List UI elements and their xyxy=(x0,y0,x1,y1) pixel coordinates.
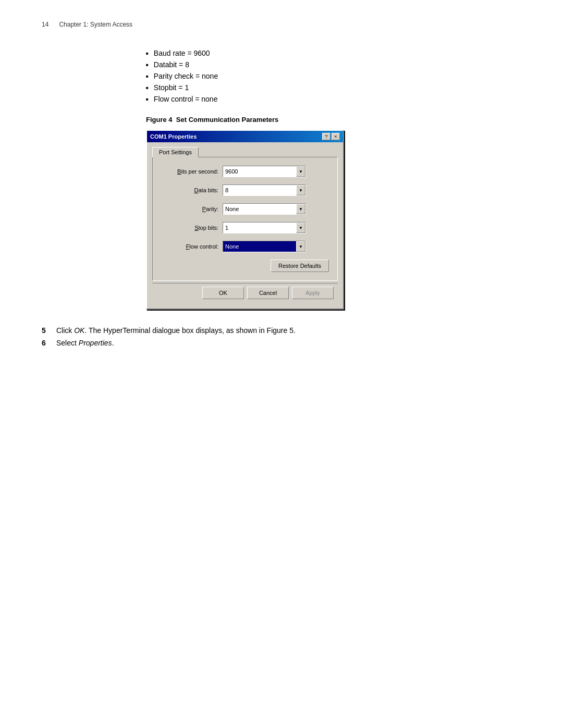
dialog-container: COM1 Properties ? × Port Settings xyxy=(146,130,344,310)
data-bits-arrow[interactable]: ▼ xyxy=(296,185,305,195)
figure-label: Figure 4 xyxy=(146,116,173,124)
bits-per-second-label: Bits per second: xyxy=(161,168,218,175)
page: 14 Chapter 1: System Access Baud rate = … xyxy=(0,0,563,371)
restore-defaults-button[interactable]: Restore Defaults xyxy=(271,260,329,272)
parity-arrow[interactable]: ▼ xyxy=(296,204,305,214)
dialog-title: COM1 Properties xyxy=(150,133,197,140)
parity-label: Parity: xyxy=(161,206,218,212)
flow-control-arrow[interactable]: ▼ xyxy=(296,241,305,252)
flow-control-label: Flow control: xyxy=(161,243,218,250)
list-item: Stopbit = 1 xyxy=(146,83,521,92)
page-header: 14 Chapter 1: System Access xyxy=(42,21,521,28)
bits-per-second-arrow[interactable]: ▼ xyxy=(296,166,305,177)
help-button[interactable]: ? xyxy=(322,133,331,140)
page-number: 14 xyxy=(42,21,48,28)
flow-control-select[interactable]: None ▼ xyxy=(223,241,306,252)
bullet-list: Baud rate = 9600 Databit = 8 Parity chec… xyxy=(146,49,521,103)
step-6-text: Select Properties. xyxy=(56,339,114,347)
stop-bits-select[interactable]: 1 ▼ xyxy=(223,222,306,233)
dialog-titlebar: COM1 Properties ? × xyxy=(147,131,343,142)
restore-defaults-row: Restore Defaults xyxy=(161,260,329,272)
stop-bits-arrow[interactable]: ▼ xyxy=(296,223,305,233)
ok-button[interactable]: OK xyxy=(202,287,244,299)
bits-per-second-select[interactable]: 9600 ▼ xyxy=(223,166,306,177)
stop-bits-label: Stop bits: xyxy=(161,225,218,231)
dialog-footer: OK Cancel Apply xyxy=(152,283,338,303)
titlebar-buttons: ? × xyxy=(322,133,340,140)
list-item: Flow control = none xyxy=(146,95,521,103)
tab-strip: Port Settings xyxy=(152,146,338,157)
list-item: Databit = 8 xyxy=(146,60,521,69)
flow-control-row: Flow control: None ▼ xyxy=(161,241,329,252)
chapter-title: Chapter 1: System Access xyxy=(59,21,132,28)
apply-button[interactable]: Apply xyxy=(292,287,334,299)
step-5: 5 Click OK. The HyperTerminal dialogue b… xyxy=(42,326,521,335)
figure-text: Set Communication Parameters xyxy=(176,116,279,124)
settings-panel: Bits per second: 9600 ▼ Data bits: xyxy=(152,157,338,281)
data-bits-row: Data bits: 8 ▼ xyxy=(161,184,329,196)
com1-properties-dialog: COM1 Properties ? × Port Settings xyxy=(146,130,344,310)
list-item: Parity check = none xyxy=(146,72,521,80)
step-6-number: 6 xyxy=(42,339,52,347)
cancel-button[interactable]: Cancel xyxy=(247,287,289,299)
step-6: 6 Select Properties. xyxy=(42,339,521,347)
bits-per-second-row: Bits per second: 9600 ▼ xyxy=(161,166,329,177)
parity-select[interactable]: None ▼ xyxy=(223,203,306,215)
parity-row: Parity: None ▼ xyxy=(161,203,329,215)
dialog-body: Port Settings Bits per second: 9600 ▼ xyxy=(147,142,343,309)
step-5-number: 5 xyxy=(42,326,52,335)
list-item: Baud rate = 9600 xyxy=(146,49,521,57)
data-bits-select[interactable]: 8 ▼ xyxy=(223,184,306,196)
stop-bits-row: Stop bits: 1 ▼ xyxy=(161,222,329,233)
step-5-text: Click OK. The HyperTerminal dialogue box… xyxy=(56,326,296,335)
data-bits-label: Data bits: xyxy=(161,187,218,193)
close-button[interactable]: × xyxy=(332,133,340,140)
tab-port-settings[interactable]: Port Settings xyxy=(152,147,199,157)
figure-caption: Figure 4 Set Communication Parameters xyxy=(146,116,521,124)
